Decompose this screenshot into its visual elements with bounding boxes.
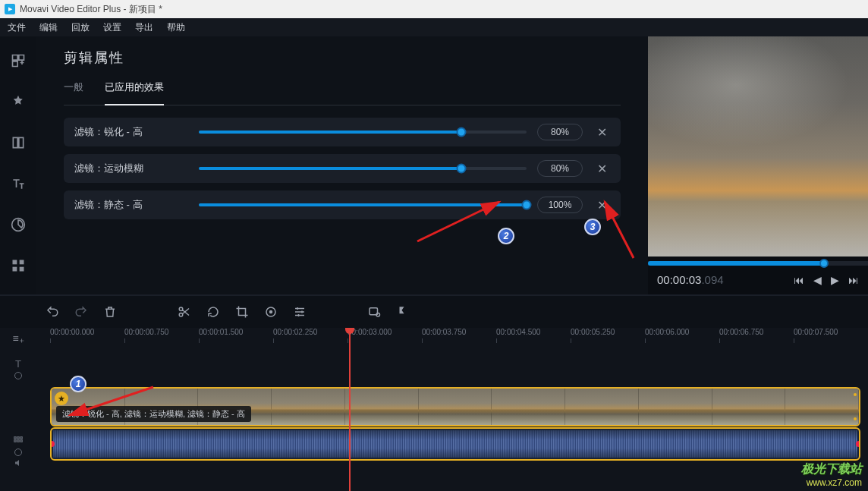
effect-row-static: 滤镜：静态 - 高 100% ✕ <box>64 190 621 219</box>
svg-rect-9 <box>17 437 19 439</box>
window-title: Movavi Video Editor Plus - 新项目 * <box>20 3 162 16</box>
timeline-ruler[interactable]: 00:00:00.000 00:00:00.750 00:00:01.500 0… <box>36 328 868 345</box>
svg-rect-10 <box>20 437 22 439</box>
effect-slider[interactable] <box>199 167 527 170</box>
remove-effect-icon[interactable]: ✕ <box>593 125 610 140</box>
menu-playback[interactable]: 回放 <box>71 21 90 34</box>
playhead[interactable] <box>349 328 351 491</box>
titlebar: Movavi Video Editor Plus - 新项目 * <box>0 0 868 18</box>
timeline: ≡₊ T 00:00:00.000 00:00:00.750 00:00:01.… <box>0 328 868 491</box>
effect-slider[interactable] <box>199 131 527 134</box>
ruler-tick: 00:00:06.000 <box>645 328 719 345</box>
svg-point-7 <box>376 313 380 317</box>
effect-percent[interactable]: 100% <box>537 197 583 213</box>
effect-label: 滤镜：运动模糊 <box>74 162 188 175</box>
crop-icon[interactable] <box>235 305 249 319</box>
effect-label: 滤镜：静态 - 高 <box>74 198 188 212</box>
effect-slider[interactable] <box>199 203 527 206</box>
redo-icon[interactable] <box>74 305 88 319</box>
ruler-tick: 00:00:04.500 <box>496 328 571 345</box>
ruler-tick: 00:00:02.250 <box>273 328 348 345</box>
effect-percent[interactable]: 80% <box>537 160 583 177</box>
svg-rect-2 <box>13 267 17 272</box>
ruler-tick: 00:00:00.000 <box>50 328 124 345</box>
play-reverse-icon[interactable]: ◀ <box>813 274 822 286</box>
ruler-tick: 00:00:03.000 <box>348 328 422 345</box>
tab-general[interactable]: 一般 <box>64 80 83 99</box>
color-adjust-icon[interactable] <box>264 305 278 319</box>
timeline-track-headers: ≡₊ T <box>0 328 36 491</box>
timeline-tracks-area[interactable]: 00:00:00.000 00:00:00.750 00:00:01.500 0… <box>36 328 868 491</box>
remove-effect-icon[interactable]: ✕ <box>593 162 610 176</box>
titles-icon[interactable] <box>9 175 27 193</box>
more-tools-icon[interactable] <box>9 257 27 275</box>
menu-file[interactable]: 文件 <box>8 21 26 34</box>
svg-rect-11 <box>14 440 16 442</box>
svg-rect-1 <box>20 260 24 265</box>
menu-export[interactable]: 导出 <box>135 21 153 34</box>
video-track-header[interactable] <box>12 436 24 467</box>
svg-rect-0 <box>13 260 17 265</box>
preview-controls: 00:00:03.094 ⏮ ◀ ▶ ⏭ <box>648 266 868 294</box>
menu-edit[interactable]: 编辑 <box>39 21 58 34</box>
transitions-icon[interactable] <box>9 134 27 152</box>
preview-progress[interactable] <box>648 261 868 266</box>
effect-row-sharpen: 滤镜：锐化 - 高 80% ✕ <box>64 118 621 146</box>
effect-percent[interactable]: 80% <box>537 124 583 140</box>
stickers-icon[interactable] <box>9 216 27 234</box>
ruler-tick: 00:00:01.500 <box>199 328 273 345</box>
preview-panel: 00:00:03.094 ⏮ ◀ ▶ ⏭ <box>648 36 868 294</box>
clip-handle-right[interactable] <box>856 441 860 447</box>
ruler-tick: 00:00:03.750 <box>422 328 496 345</box>
audio-clip[interactable] <box>50 427 860 461</box>
ruler-tick: 00:00:00.750 <box>124 328 199 345</box>
prev-frame-icon[interactable]: ⏮ <box>794 274 804 286</box>
effects-star-icon[interactable]: ★ <box>55 392 68 405</box>
ruler-tick: 00:00:07.500 <box>794 328 868 345</box>
remove-effect-icon[interactable]: ✕ <box>593 198 610 212</box>
clip-effects-label: 滤镜：锐化 - 高, 滤镜：运动模糊, 滤镜：静态 - 高 <box>56 406 251 422</box>
menu-settings[interactable]: 设置 <box>103 21 121 34</box>
undo-icon[interactable] <box>46 305 59 319</box>
svg-rect-3 <box>20 267 24 272</box>
menubar: 文件 编辑 回放 设置 导出 帮助 <box>0 18 868 36</box>
svg-rect-12 <box>17 440 19 442</box>
ruler-tick: 00:00:06.750 <box>719 328 794 345</box>
play-icon[interactable]: ▶ <box>831 274 839 286</box>
svg-point-5 <box>269 310 273 314</box>
properties-tabs: 一般 已应用的效果 <box>64 80 621 105</box>
video-clip[interactable]: ★ 滤镜：锐化 - 高, 滤镜：运动模糊, 滤镜：静态 - 高 <box>50 387 860 426</box>
text-track-header[interactable]: T <box>14 358 22 379</box>
tab-applied-effects[interactable]: 已应用的效果 <box>105 80 164 105</box>
clip-properties-panel: 剪辑属性 一般 已应用的效果 滤镜：锐化 - 高 80% ✕ 滤镜：运动模糊 8… <box>36 36 648 294</box>
split-icon[interactable] <box>178 305 191 319</box>
import-icon[interactable] <box>9 52 27 70</box>
left-toolbar <box>0 36 36 294</box>
add-track-icon[interactable]: ≡₊ <box>12 332 24 345</box>
effect-row-motion-blur: 滤镜：运动模糊 80% ✕ <box>64 154 621 183</box>
svg-rect-8 <box>14 437 16 439</box>
delete-icon[interactable] <box>103 305 117 319</box>
filters-icon[interactable] <box>9 93 27 111</box>
effect-label: 滤镜：锐化 - 高 <box>74 125 188 139</box>
rotate-icon[interactable] <box>206 305 220 319</box>
timeline-toolbar <box>0 294 868 328</box>
svg-rect-13 <box>20 440 22 442</box>
panel-title: 剪辑属性 <box>64 49 621 67</box>
record-voiceover-icon[interactable] <box>367 305 381 319</box>
menu-help[interactable]: 帮助 <box>167 21 185 34</box>
preview-timecode: 00:00:03.094 <box>657 273 724 287</box>
adjustments-icon[interactable] <box>293 305 307 319</box>
ruler-tick: 00:00:05.250 <box>571 328 645 345</box>
marker-icon[interactable] <box>396 305 410 319</box>
preview-video[interactable] <box>648 36 868 257</box>
next-frame-icon[interactable]: ⏭ <box>848 274 859 286</box>
app-logo-icon <box>5 4 15 14</box>
